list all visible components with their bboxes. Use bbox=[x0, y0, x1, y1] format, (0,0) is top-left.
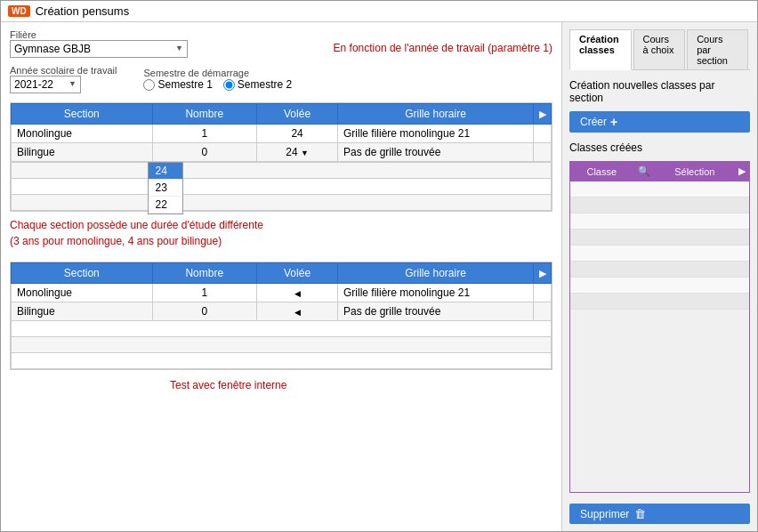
expand-btn-1[interactable]: ▶ bbox=[535, 107, 551, 122]
search-cell bbox=[633, 214, 655, 230]
classe-cell bbox=[570, 181, 633, 197]
left-panel: Filière Gymnase GBJB En fonction de l'an… bbox=[1, 22, 561, 531]
classes-table-wrap: Classe 🔍 Sélection ▶ bbox=[569, 161, 750, 493]
volee-bilingue-2: ◀ bbox=[257, 302, 338, 321]
grille-bilingue-2: Pas de grille trouvée bbox=[338, 302, 534, 321]
filiere-top-area: Gymnase GBJB En fonction de l'année de t… bbox=[10, 40, 552, 58]
empty-row bbox=[12, 353, 552, 369]
volee-monolingue-2: ◀ bbox=[257, 284, 338, 302]
semestre-section: Semestre de démarrage Semestre 1 Semestr… bbox=[143, 68, 292, 91]
creation-section-label: Création nouvelles classes par section bbox=[569, 79, 750, 104]
year-select-wrap[interactable]: 2021-22 bbox=[10, 76, 81, 93]
nombre-bilingue-1: 0 bbox=[152, 143, 257, 162]
classe-cell bbox=[570, 278, 633, 294]
empty-row bbox=[12, 195, 552, 211]
expand-cell bbox=[735, 197, 749, 214]
selection-cell bbox=[655, 262, 735, 278]
empty-row bbox=[12, 337, 552, 353]
table1: Section Nombre Volée Grille horaire ▶ Mo… bbox=[11, 103, 552, 211]
semestre-1-radio[interactable]: Semestre 1 bbox=[143, 78, 212, 91]
volee-bilingue-1[interactable]: 24 ▼ bbox=[257, 143, 338, 162]
search-cell bbox=[633, 278, 655, 294]
th-grille-2: Grille horaire bbox=[338, 263, 534, 284]
search-cell bbox=[633, 181, 655, 197]
classe-cell bbox=[570, 197, 633, 214]
tab-cours-section[interactable]: Cours par section bbox=[687, 29, 748, 69]
classes-creees-label: Classes créées bbox=[569, 141, 750, 154]
title-bar: WD Création pensums bbox=[1, 1, 757, 22]
classe-cell bbox=[570, 214, 633, 230]
semestre-1-label: Semestre 1 bbox=[157, 78, 212, 91]
annotation-2-line2: (3 ans pour monolingue, 4 ans pour bilin… bbox=[10, 235, 263, 247]
semestre-2-input[interactable] bbox=[223, 79, 235, 91]
grille-monolingue-2: Grille filière monolingue 21 bbox=[338, 284, 534, 302]
search-cell bbox=[633, 197, 655, 214]
empty-row bbox=[12, 321, 552, 337]
semestre-1-input[interactable] bbox=[143, 79, 155, 91]
create-button[interactable]: Créer + bbox=[569, 111, 750, 133]
plus-icon: + bbox=[610, 115, 617, 129]
table-row: 24 23 22 bbox=[12, 162, 552, 163]
th-volee-1: Volée bbox=[257, 104, 338, 125]
expand-cell bbox=[735, 246, 749, 262]
expand-mono-1 bbox=[534, 125, 552, 143]
content-area: Filière Gymnase GBJB En fonction de l'an… bbox=[1, 22, 757, 531]
tab-creation-classes[interactable]: Création classes bbox=[569, 29, 632, 70]
table-row: Bilingue 0 ◀ Pas de grille trouvée bbox=[12, 302, 552, 321]
expand-cell bbox=[735, 262, 749, 278]
year-section: Année scolaire de travail 2021-22 bbox=[10, 65, 117, 93]
th-expand-1[interactable]: ▶ bbox=[534, 104, 552, 125]
dropdown-item-23[interactable]: 23 bbox=[149, 180, 182, 197]
search-cell bbox=[633, 294, 655, 310]
filiere-label: Filière bbox=[10, 29, 552, 40]
semestre-2-label: Semestre 2 bbox=[238, 78, 292, 91]
main-window: WD Création pensums Filière Gymnase GBJB… bbox=[0, 0, 758, 532]
nombre-monolingue-2: 1 bbox=[152, 284, 257, 302]
selection-cell bbox=[655, 246, 735, 262]
dropdown-item-22[interactable]: 22 bbox=[149, 197, 182, 214]
delete-button[interactable]: Supprimer 🗑 bbox=[569, 504, 750, 524]
annotation-1: En fonction de l'année de travail (param… bbox=[334, 42, 552, 54]
table-row bbox=[570, 181, 749, 197]
empty-row bbox=[12, 179, 552, 195]
classe-cell bbox=[570, 246, 633, 262]
annee-label: Année scolaire de travail bbox=[10, 65, 117, 76]
selection-cell bbox=[655, 197, 735, 214]
volee-dropdown[interactable]: 24 23 22 bbox=[148, 162, 183, 214]
classe-cell bbox=[570, 262, 633, 278]
classe-cell bbox=[570, 294, 633, 310]
table-row bbox=[12, 195, 552, 211]
table1-wrap: Section Nombre Volée Grille horaire ▶ Mo… bbox=[10, 102, 552, 212]
table-row bbox=[12, 321, 552, 337]
table-row: Monolingue 1 24 Grille filière monolingu… bbox=[12, 125, 552, 143]
filiere-select[interactable]: Gymnase GBJB bbox=[10, 40, 188, 58]
year-select[interactable]: 2021-22 bbox=[10, 76, 81, 93]
tab-cours-choix[interactable]: Cours à choix bbox=[633, 29, 686, 69]
annotation-2-text: Chaque section possède une durée d'étude… bbox=[10, 215, 263, 251]
section-monolingue-2: Monolingue bbox=[12, 284, 153, 302]
th-search[interactable]: 🔍 bbox=[633, 162, 655, 181]
search-cell bbox=[633, 262, 655, 278]
th-nombre-2: Nombre bbox=[152, 263, 257, 284]
year-sem-row: Année scolaire de travail 2021-22 Semest… bbox=[10, 65, 552, 93]
th-expand-2[interactable]: ▶ bbox=[534, 263, 552, 284]
grille-bilingue-1: Pas de grille trouvée bbox=[338, 143, 534, 162]
table-row bbox=[12, 337, 552, 353]
th-expand-classes[interactable]: ▶ bbox=[735, 162, 749, 181]
filiere-select-wrap[interactable]: Gymnase GBJB bbox=[10, 40, 188, 58]
expand-bilingue-1 bbox=[534, 143, 552, 162]
th-section-1: Section bbox=[12, 104, 153, 125]
table-row bbox=[570, 278, 749, 294]
expand-cell bbox=[735, 294, 749, 310]
table-row bbox=[12, 163, 552, 179]
table-row bbox=[570, 262, 749, 278]
filiere-controls: Gymnase GBJB bbox=[10, 40, 302, 58]
annotation-2-line1: Chaque section possède une durée d'étude… bbox=[10, 219, 263, 231]
search-cell bbox=[633, 246, 655, 262]
grille-monolingue-1: Grille filière monolingue 21 bbox=[338, 125, 534, 143]
dropdown-item-24[interactable]: 24 bbox=[149, 163, 182, 180]
th-section-2: Section bbox=[12, 263, 153, 284]
expand-btn-2[interactable]: ▶ bbox=[535, 266, 551, 281]
th-classe: Classe bbox=[570, 162, 633, 181]
semestre-2-radio[interactable]: Semestre 2 bbox=[223, 78, 292, 91]
